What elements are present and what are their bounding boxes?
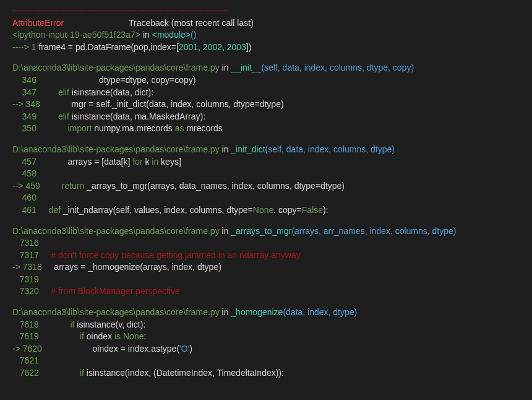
line-number: 460 <box>12 193 39 202</box>
line-number: 347 <box>12 87 39 97</box>
source-line: 7316 <box>12 237 520 250</box>
line-number: 7316 <box>12 238 41 248</box>
source-line: 458 <box>12 168 520 180</box>
arrow-marker: -> <box>12 344 23 354</box>
function-signature: (data, index, dtype) <box>283 307 357 317</box>
frame-location: D:\anaconda3\lib\site-packages\pandas\co… <box>12 307 520 319</box>
source-line: 7621 <box>12 355 520 367</box>
stack-frame: D:\anaconda3\lib\site-packages\pandas\co… <box>12 307 520 380</box>
traceback-label: Traceback (most recent call last) <box>129 18 254 28</box>
function-signature: (self, data, index, columns, dtype) <box>265 144 395 154</box>
line-number: 7318 <box>23 262 45 272</box>
line-number: 349 <box>12 111 39 121</box>
line-number: 461 <box>12 205 39 215</box>
arrow-marker: --> <box>12 181 25 191</box>
arrow-marker: -> <box>12 262 23 272</box>
file-path: D:\anaconda3\lib\site-packages\pandas\co… <box>12 63 220 72</box>
source-line: 7618 if isinstance(v, dict): <box>12 319 520 331</box>
source-line: 7622 if isinstance(index, (DatetimeIndex… <box>12 367 520 380</box>
source-line: 457 arrays = [data[k] for k in keys] <box>12 156 520 168</box>
arrow-marker: --> <box>12 99 25 109</box>
separator: ----------------------------------------… <box>12 5 520 17</box>
line-number: 7622 <box>12 368 41 378</box>
source-line: 7619 if oindex is None: <box>12 331 520 343</box>
source-line: 7319 <box>12 274 520 286</box>
function-signature: (arrays, arr_names, index, columns, dtyp… <box>291 226 456 236</box>
line-number: 458 <box>12 168 39 178</box>
ipython-frame: <ipython-input-19-ae50f51f23a7> in <modu… <box>12 29 520 41</box>
arrow-marker: ----> 1 <box>12 42 38 52</box>
line-number: 7619 <box>12 331 41 341</box>
function-name: __init__ <box>231 63 261 72</box>
line-number: 348 <box>25 99 42 109</box>
source-line: 7317 # don't force copy because getting … <box>12 250 520 262</box>
line-number: 7317 <box>12 250 41 260</box>
source-line: 461 def _init_ndarray(self, values, inde… <box>12 204 520 217</box>
line-number: 7319 <box>12 274 41 284</box>
source-line: 350 import numpy.ma.mrecords as mrecords <box>12 123 520 135</box>
line-number: 350 <box>12 123 39 133</box>
line-number: 7621 <box>12 355 41 365</box>
frame-location: D:\anaconda3\lib\site-packages\pandas\co… <box>12 144 520 156</box>
line-number: 459 <box>25 181 42 191</box>
frame-location: D:\anaconda3\lib\site-packages\pandas\co… <box>12 62 520 74</box>
source-line: 349 elif isinstance(data, ma.MaskedArray… <box>12 111 520 123</box>
line-number: 7320 <box>12 286 41 296</box>
source-line: 346 dtype=dtype, copy=copy) <box>12 74 520 87</box>
source-line: -> 7620 oindex = index.astype('O') <box>12 343 520 355</box>
stack-frame: D:\anaconda3\lib\site-packages\pandas\co… <box>12 225 520 298</box>
function-name: _init_dict <box>231 144 265 154</box>
line-number: 7618 <box>12 320 41 329</box>
frame-location: D:\anaconda3\lib\site-packages\pandas\co… <box>12 225 520 238</box>
source-line: 347 elif isinstance(data, dict): <box>12 87 520 99</box>
file-path: D:\anaconda3\lib\site-packages\pandas\co… <box>12 144 220 154</box>
source-line: 7320 # from BlockManager perspective <box>12 285 520 298</box>
function-name: _arrays_to_mgr <box>231 226 291 236</box>
error-name: AttributeError <box>12 18 64 28</box>
source-line: -> 7318 arrays = _homogenize(arrays, ind… <box>12 261 520 274</box>
error-call-line: ----> 1 frame4 = pd.DataFrame(pop,index=… <box>12 41 520 54</box>
line-number: 7620 <box>23 344 45 354</box>
file-path: D:\anaconda3\lib\site-packages\pandas\co… <box>12 307 220 317</box>
source-line: --> 459 return _arrays_to_mgr(arrays, da… <box>12 180 520 193</box>
source-line: 460 <box>12 192 520 204</box>
stack-frame: D:\anaconda3\lib\site-packages\pandas\co… <box>12 144 520 217</box>
file-path: D:\anaconda3\lib\site-packages\pandas\co… <box>12 226 220 236</box>
stack-frame: D:\anaconda3\lib\site-packages\pandas\co… <box>12 62 520 135</box>
line-number: 346 <box>12 75 39 85</box>
error-header: AttributeError Traceback (most recent ca… <box>12 17 520 30</box>
source-line: --> 348 mgr = self._init_dict(data, inde… <box>12 98 520 111</box>
function-signature: (self, data, index, columns, dtype, copy… <box>261 63 414 72</box>
traceback-output: ----------------------------------------… <box>0 0 532 385</box>
line-number: 457 <box>12 157 39 167</box>
function-name: _homogenize <box>231 307 283 317</box>
ipython-input: <ipython-input-19-ae50f51f23a7> <box>12 30 140 40</box>
module-tag: <module> <box>152 30 191 40</box>
